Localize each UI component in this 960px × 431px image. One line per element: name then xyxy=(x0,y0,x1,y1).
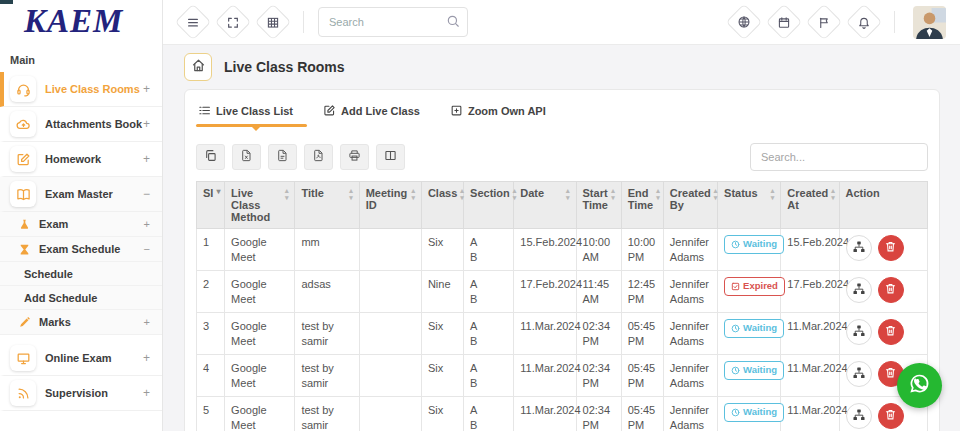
status-cell: Waiting xyxy=(718,229,781,271)
column-header-start-time[interactable]: Start Time▴▾ xyxy=(576,182,621,229)
notifications-button[interactable] xyxy=(846,4,883,41)
trash-icon xyxy=(884,240,897,256)
delete-button[interactable] xyxy=(878,277,904,303)
sidebar-item-label: Live Class Rooms xyxy=(45,83,143,95)
tab-live-class-list[interactable]: Live Class List xyxy=(198,104,293,127)
flask-icon xyxy=(18,218,31,231)
sidebar-item-supervision[interactable]: Supervision + xyxy=(0,376,162,411)
column-header-class[interactable]: Class▴▾ xyxy=(421,182,463,229)
expand-toggle[interactable]: + xyxy=(144,316,150,328)
columns-icon xyxy=(384,149,397,165)
cell: 3 xyxy=(197,313,225,355)
expand-toggle[interactable]: + xyxy=(143,386,154,400)
export-pdf-button[interactable] xyxy=(304,144,333,170)
sidebar-item-label: Online Exam xyxy=(45,352,143,364)
copy-button[interactable] xyxy=(196,144,225,170)
export-csv-button[interactable] xyxy=(268,144,297,170)
sort-icon: ▴▾ xyxy=(656,187,660,211)
column-label: Date xyxy=(520,187,544,201)
breadcrumb: Live Class Rooms xyxy=(164,45,960,89)
table-row: 3Google Meettest by samirSixA B11.Mar.20… xyxy=(197,313,928,355)
cell: Six xyxy=(421,397,463,431)
column-header-live-class-method[interactable]: Live Class Method▴▾ xyxy=(225,182,295,229)
column-header-section[interactable]: Section▴▾ xyxy=(464,182,514,229)
calendar-button[interactable] xyxy=(766,4,803,41)
fullscreen-button[interactable] xyxy=(215,4,252,41)
column-label: Action xyxy=(846,187,880,199)
cell: 5 xyxy=(197,397,225,431)
sidebar-item-live-class-rooms[interactable]: Live Class Rooms + xyxy=(0,72,162,107)
sidebar-item-exam[interactable]: Exam + xyxy=(0,212,162,237)
join-class-button[interactable] xyxy=(846,361,872,387)
table-toolbar xyxy=(196,143,928,171)
whatsapp-button[interactable] xyxy=(897,363,942,408)
sort-icon: ▾ xyxy=(216,187,220,199)
cell: 11.Mar.2024 xyxy=(514,313,576,355)
delete-button[interactable] xyxy=(878,319,904,345)
sidebar-item-online-exam[interactable]: Online Exam + xyxy=(0,341,162,376)
export-excel-button[interactable] xyxy=(232,144,261,170)
collapse-toggle[interactable]: − xyxy=(143,187,154,201)
print-button[interactable] xyxy=(340,144,369,170)
table-row: 2Google MeetadsasNineA B17.Feb.202411:45… xyxy=(197,271,928,313)
brand-logo[interactable]: KAEM xyxy=(0,0,162,40)
sidebar-item-label: Exam xyxy=(39,218,144,230)
cell: 05:45 PM xyxy=(621,397,663,431)
report-button[interactable] xyxy=(806,4,843,41)
sidebar-item-label: Attachments Book xyxy=(45,118,143,130)
column-header-meeting-id[interactable]: Meeting ID▴▾ xyxy=(359,182,421,229)
column-label: Title xyxy=(301,187,323,201)
plus-square-icon xyxy=(450,104,463,117)
expand-toggle[interactable]: + xyxy=(143,351,154,365)
sidebar-item-marks[interactable]: Marks + xyxy=(0,310,162,335)
file-pdf-icon xyxy=(312,149,325,165)
sidebar-item-schedule[interactable]: Schedule xyxy=(0,262,162,286)
flag-icon xyxy=(818,16,831,29)
pen-icon xyxy=(18,316,31,329)
join-class-button[interactable] xyxy=(846,235,872,261)
column-label: Sl xyxy=(203,187,213,199)
trash-icon xyxy=(884,366,897,382)
cell: 11.Mar.2024 xyxy=(514,397,576,431)
quick-grid-button[interactable] xyxy=(255,4,292,41)
sidebar-item-exam-schedule[interactable]: Exam Schedule − xyxy=(0,237,162,262)
expand-toggle[interactable]: + xyxy=(143,152,154,166)
column-header-created-by[interactable]: Created By▴▾ xyxy=(663,182,717,229)
language-button[interactable] xyxy=(726,4,763,41)
cell: A B xyxy=(464,355,514,397)
sidebar-item-add-schedule[interactable]: Add Schedule xyxy=(0,286,162,310)
sort-icon: ▴▾ xyxy=(771,187,775,201)
sitemap-icon xyxy=(852,282,866,299)
column-header-date[interactable]: Date▴▾ xyxy=(514,182,576,229)
home-button[interactable] xyxy=(184,53,212,81)
column-visibility-button[interactable] xyxy=(376,144,405,170)
column-header-title[interactable]: Title▴▾ xyxy=(295,182,359,229)
sidebar-item-attachments-book[interactable]: Attachments Book + xyxy=(0,107,162,142)
delete-button[interactable] xyxy=(878,403,904,429)
column-header-sl[interactable]: Sl▾ xyxy=(197,182,225,229)
cell: 17.Feb.2024 xyxy=(514,271,576,313)
sidebar-item-homework[interactable]: Homework + xyxy=(0,142,162,177)
cell: 1 xyxy=(197,229,225,271)
live-class-table: Sl▾Live Class Method▴▾Title▴▾Meeting ID▴… xyxy=(196,181,928,431)
sidebar-item-exam-master[interactable]: Exam Master − xyxy=(0,177,162,212)
collapse-toggle[interactable]: − xyxy=(144,243,150,255)
column-header-status[interactable]: Status▴▾ xyxy=(718,182,781,229)
join-class-button[interactable] xyxy=(846,403,872,429)
browser-artifact-strip xyxy=(0,0,13,4)
tab-add-live-class[interactable]: Add Live Class xyxy=(323,104,420,127)
expand-toggle[interactable]: + xyxy=(143,117,154,131)
join-class-button[interactable] xyxy=(846,319,872,345)
table-search-input[interactable] xyxy=(750,143,928,171)
join-class-button[interactable] xyxy=(846,277,872,303)
tab-zoom-own-api[interactable]: Zoom Own API xyxy=(450,104,546,127)
delete-button[interactable] xyxy=(878,235,904,261)
column-header-end-time[interactable]: End Time▴▾ xyxy=(621,182,663,229)
expand-toggle[interactable]: + xyxy=(143,82,154,96)
menu-toggle-button[interactable] xyxy=(175,4,212,41)
expand-toggle[interactable]: + xyxy=(144,218,150,230)
status-badge: Waiting xyxy=(724,361,784,380)
user-avatar[interactable] xyxy=(913,6,946,39)
cell xyxy=(359,271,421,313)
column-header-created-at[interactable]: Created At▴▾ xyxy=(781,182,839,229)
